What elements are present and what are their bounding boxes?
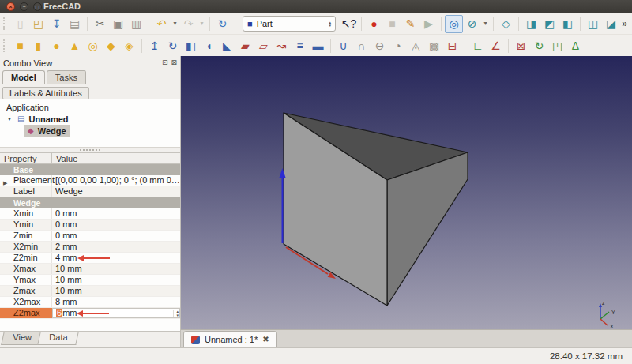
property-name[interactable]: Zmin — [0, 231, 52, 241]
labels-attributes-header[interactable]: Labels & Attributes — [2, 87, 89, 99]
refresh-icon[interactable]: ↻ — [213, 15, 231, 33]
property-row-x2min[interactable]: X2min2 mm — [0, 242, 180, 253]
axonometric-view-icon[interactable]: ◇ — [497, 15, 515, 33]
property-row-ymax[interactable]: Ymax10 mm — [0, 275, 180, 286]
undo-icon[interactable]: ↶ — [152, 15, 171, 33]
workbench-selector-spinner[interactable]: ▴▾ — [329, 21, 331, 27]
expander-icon[interactable]: ▼ — [5, 116, 14, 122]
property-name[interactable]: Label — [0, 186, 52, 197]
cross-sections-icon[interactable]: ⊟ — [443, 36, 461, 54]
open-document-icon[interactable]: ◰ — [29, 15, 47, 33]
tab-data-properties[interactable]: Data — [37, 332, 79, 345]
workbench-selector[interactable]: ■Part▴▾ — [243, 16, 336, 32]
fit-all-icon[interactable]: ◎ — [445, 15, 463, 33]
save-icon[interactable]: ↧ — [47, 15, 66, 33]
draw-style-icon[interactable]: ⊘ — [463, 15, 481, 33]
property-column-header[interactable]: Property — [0, 153, 52, 163]
boolean-cut-icon[interactable]: ⊖ — [371, 36, 389, 54]
offset-icon[interactable]: ≡ — [291, 36, 309, 54]
property-value[interactable]: 8 mm — [52, 297, 180, 307]
property-name[interactable]: Xmin — [0, 208, 52, 219]
thickness-icon[interactable]: ▬ — [309, 36, 327, 54]
macro-play-icon[interactable]: ▶ — [419, 15, 438, 33]
new-document-icon[interactable]: ▯ — [11, 15, 29, 33]
whats-this-icon[interactable]: ↖? — [340, 15, 358, 33]
property-row-zmax[interactable]: Zmax10 mm — [0, 286, 180, 297]
3d-viewport[interactable]: z Y X — [181, 56, 632, 329]
paste-icon[interactable]: ▥ — [127, 15, 145, 33]
section-icon[interactable]: ◔ — [389, 36, 407, 54]
measure-angular-icon[interactable]: ∠ — [487, 36, 505, 54]
property-row-label[interactable]: LabelWedge — [0, 186, 180, 197]
box-icon[interactable]: ■ — [11, 36, 29, 54]
window-minimize-button[interactable]: − — [20, 2, 28, 11]
property-value[interactable]: 6 mm▴▾ — [52, 308, 180, 318]
toggle-measurement-3d-icon[interactable]: ◳ — [548, 36, 566, 54]
value-spinner[interactable]: ▴▾ — [173, 310, 179, 317]
copy-icon[interactable]: ▣ — [109, 15, 127, 33]
property-value[interactable]: 0 mm — [52, 231, 180, 241]
ruled-surface-icon[interactable]: ▰ — [236, 36, 254, 54]
property-name[interactable]: X2max — [0, 297, 52, 307]
shape-builder-icon[interactable]: ◈ — [120, 36, 138, 54]
draw-style-dropdown-icon[interactable]: ▾ — [481, 15, 490, 33]
cut-icon[interactable]: ✂ — [91, 15, 109, 33]
tree-item-unnamed[interactable]: ▼▤Unnamed — [0, 113, 180, 125]
extrude-icon[interactable]: ↥ — [145, 36, 164, 54]
float-panel-icon[interactable]: ⊡ — [162, 59, 168, 66]
document-tab[interactable]: Unnamed : 1* ✖ — [183, 331, 277, 347]
toggle-measurement-delta-icon[interactable]: Δ — [566, 36, 585, 54]
defeaturing-icon[interactable]: ▩ — [425, 36, 443, 54]
print-icon[interactable]: ▤ — [66, 15, 84, 33]
property-row-z2max[interactable]: Z2max6 mm▴▾ — [0, 308, 180, 319]
macro-edit-icon[interactable]: ✎ — [401, 15, 419, 33]
property-value[interactable]: 10 mm — [52, 275, 180, 285]
sweep-icon[interactable]: ↝ — [273, 36, 291, 54]
property-name[interactable]: Xmax — [0, 264, 52, 274]
redo-icon[interactable]: ↷ — [179, 15, 198, 33]
property-value[interactable]: 0 mm — [52, 220, 180, 230]
window-maximize-button[interactable]: ◻ — [33, 2, 42, 11]
boolean-common-icon[interactable]: ∩ — [352, 36, 371, 54]
tab-model[interactable]: Model — [2, 70, 45, 84]
property-name[interactable]: Zmax — [0, 286, 52, 296]
cone-icon[interactable]: ▲ — [66, 36, 84, 54]
property-name[interactable]: Ymin — [0, 220, 52, 230]
property-value[interactable]: Wedge — [52, 186, 180, 197]
property-name[interactable]: Placement▶ — [0, 175, 52, 186]
property-value[interactable]: 2 mm — [52, 242, 180, 252]
document-tab-close-icon[interactable]: ✖ — [262, 336, 269, 343]
cylinder-icon[interactable]: ▮ — [29, 36, 47, 54]
macro-record-icon[interactable]: ● — [365, 15, 383, 33]
property-row-xmax[interactable]: Xmax10 mm — [0, 264, 180, 275]
tree-item-wedge[interactable]: ◆Wedge — [0, 125, 180, 137]
toolbar-extension-chevron[interactable]: » — [622, 18, 630, 29]
property-row-placement[interactable]: Placement▶[(0,00 0,00 1,00); 0 °; (0 mm … — [0, 175, 180, 186]
property-row-z2min[interactable]: Z2min4 mm — [0, 253, 180, 264]
property-value[interactable]: 4 mm — [52, 253, 180, 263]
property-row-x2max[interactable]: X2max8 mm — [0, 297, 180, 308]
property-value[interactable]: 0 mm — [52, 208, 180, 219]
front-view-icon[interactable]: ◨ — [522, 15, 540, 33]
top-view-icon[interactable]: ◩ — [540, 15, 559, 33]
create-primitives-icon[interactable]: ◆ — [102, 36, 120, 54]
fillet-icon[interactable]: ◖ — [200, 36, 218, 54]
property-name[interactable]: Z2max — [0, 308, 52, 318]
tree-item-application[interactable]: Application — [0, 101, 180, 113]
clear-measurement-icon[interactable]: ⊠ — [512, 36, 530, 54]
toolbar-handle[interactable] — [3, 17, 8, 30]
revolve-icon[interactable]: ↻ — [164, 36, 182, 54]
close-panel-icon[interactable]: ⊠ — [171, 59, 177, 66]
measure-linear-icon[interactable]: ∟ — [468, 36, 487, 54]
value-column-header[interactable]: Value — [52, 153, 180, 163]
loft-icon[interactable]: ▱ — [254, 36, 273, 54]
toolbar-handle[interactable] — [3, 39, 8, 52]
property-name[interactable]: Ymax — [0, 275, 52, 285]
sphere-icon[interactable]: ● — [47, 36, 66, 54]
chamfer-icon[interactable]: ◣ — [218, 36, 236, 54]
mirror-icon[interactable]: ◧ — [182, 36, 200, 54]
property-row-zmin[interactable]: Zmin0 mm — [0, 231, 180, 242]
property-value[interactable]: [(0,00 0,00 1,00); 0 °; (0 mm 0 m... — [52, 175, 180, 186]
right-view-icon[interactable]: ◧ — [559, 15, 577, 33]
property-value[interactable]: 10 mm — [52, 286, 180, 296]
